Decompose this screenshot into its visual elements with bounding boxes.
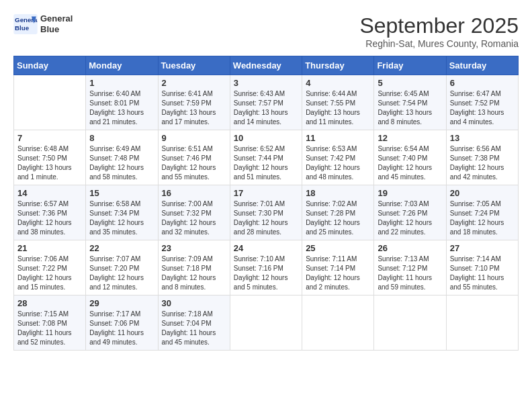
weekday-header-thursday: Thursday <box>302 56 374 75</box>
logo-text: General <box>40 13 73 24</box>
day-number: 9 <box>162 133 226 143</box>
day-number: 7 <box>17 133 82 143</box>
calendar-cell: 30Sunrise: 7:18 AM Sunset: 7:04 PM Dayli… <box>158 295 230 351</box>
calendar-cell: 5Sunrise: 6:45 AM Sunset: 7:54 PM Daylig… <box>374 75 446 130</box>
calendar-cell: 21Sunrise: 7:06 AM Sunset: 7:22 PM Dayli… <box>14 240 86 295</box>
calendar-cell: 22Sunrise: 7:07 AM Sunset: 7:20 PM Dayli… <box>86 240 158 295</box>
day-number: 29 <box>89 298 154 308</box>
day-number: 26 <box>378 243 442 253</box>
calendar-cell: 9Sunrise: 6:51 AM Sunset: 7:46 PM Daylig… <box>158 130 230 185</box>
day-number: 5 <box>378 78 442 88</box>
weekday-header-friday: Friday <box>374 56 446 75</box>
title-block: September 2025 Reghin-Sat, Mures County,… <box>359 13 519 49</box>
calendar-header: SundayMondayTuesdayWednesdayThursdayFrid… <box>14 56 519 75</box>
day-number: 14 <box>17 188 82 198</box>
calendar-cell: 3Sunrise: 6:43 AM Sunset: 7:57 PM Daylig… <box>230 75 302 130</box>
calendar-cell: 11Sunrise: 6:53 AM Sunset: 7:42 PM Dayli… <box>302 130 374 185</box>
calendar-cell: 24Sunrise: 7:10 AM Sunset: 7:16 PM Dayli… <box>230 240 302 295</box>
day-info: Sunrise: 6:52 AM Sunset: 7:44 PM Dayligh… <box>234 144 298 182</box>
day-info: Sunrise: 7:03 AM Sunset: 7:26 PM Dayligh… <box>378 199 442 237</box>
day-info: Sunrise: 6:40 AM Sunset: 8:01 PM Dayligh… <box>89 89 154 127</box>
day-number: 13 <box>450 133 515 143</box>
weekday-header-wednesday: Wednesday <box>230 56 302 75</box>
calendar-cell: 6Sunrise: 6:47 AM Sunset: 7:52 PM Daylig… <box>446 75 518 130</box>
calendar-cell: 20Sunrise: 7:05 AM Sunset: 7:24 PM Dayli… <box>446 185 518 240</box>
day-number: 17 <box>234 188 298 198</box>
day-info: Sunrise: 7:07 AM Sunset: 7:20 PM Dayligh… <box>89 255 154 292</box>
day-number: 11 <box>306 133 370 143</box>
calendar-table: SundayMondayTuesdayWednesdayThursdayFrid… <box>13 56 519 351</box>
calendar-cell: 29Sunrise: 7:17 AM Sunset: 7:06 PM Dayli… <box>86 295 158 351</box>
day-info: Sunrise: 6:54 AM Sunset: 7:40 PM Dayligh… <box>378 144 442 182</box>
day-info: Sunrise: 7:13 AM Sunset: 7:12 PM Dayligh… <box>378 255 442 292</box>
logo-icon: General Blue <box>13 14 38 34</box>
calendar-cell <box>14 75 86 130</box>
day-info: Sunrise: 6:48 AM Sunset: 7:50 PM Dayligh… <box>17 144 82 182</box>
day-number: 20 <box>450 188 515 198</box>
month-title: September 2025 <box>359 13 519 38</box>
day-number: 30 <box>162 298 226 308</box>
day-number: 22 <box>89 243 154 253</box>
day-info: Sunrise: 6:49 AM Sunset: 7:48 PM Dayligh… <box>89 144 154 182</box>
day-info: Sunrise: 6:56 AM Sunset: 7:38 PM Dayligh… <box>450 144 515 182</box>
day-info: Sunrise: 7:18 AM Sunset: 7:04 PM Dayligh… <box>162 310 226 347</box>
day-info: Sunrise: 7:05 AM Sunset: 7:24 PM Dayligh… <box>450 199 515 237</box>
weekday-header-saturday: Saturday <box>446 56 518 75</box>
day-number: 15 <box>89 188 154 198</box>
day-number: 16 <box>162 188 226 198</box>
day-number: 3 <box>234 78 298 88</box>
calendar-cell <box>374 295 446 351</box>
calendar-cell: 27Sunrise: 7:14 AM Sunset: 7:10 PM Dayli… <box>446 240 518 295</box>
day-info: Sunrise: 6:47 AM Sunset: 7:52 PM Dayligh… <box>450 89 515 127</box>
calendar-cell: 7Sunrise: 6:48 AM Sunset: 7:50 PM Daylig… <box>14 130 86 185</box>
day-info: Sunrise: 7:17 AM Sunset: 7:06 PM Dayligh… <box>89 310 154 347</box>
calendar-cell: 8Sunrise: 6:49 AM Sunset: 7:48 PM Daylig… <box>86 130 158 185</box>
day-number: 8 <box>89 133 154 143</box>
calendar-cell: 19Sunrise: 7:03 AM Sunset: 7:26 PM Dayli… <box>374 185 446 240</box>
day-number: 12 <box>378 133 442 143</box>
day-number: 23 <box>162 243 226 253</box>
calendar-cell: 15Sunrise: 6:58 AM Sunset: 7:34 PM Dayli… <box>86 185 158 240</box>
day-number: 2 <box>162 78 226 88</box>
day-info: Sunrise: 7:09 AM Sunset: 7:18 PM Dayligh… <box>162 255 226 292</box>
calendar-cell: 23Sunrise: 7:09 AM Sunset: 7:18 PM Dayli… <box>158 240 230 295</box>
weekday-header-monday: Monday <box>86 56 158 75</box>
day-number: 28 <box>17 298 82 308</box>
day-number: 25 <box>306 243 370 253</box>
calendar-cell: 12Sunrise: 6:54 AM Sunset: 7:40 PM Dayli… <box>374 130 446 185</box>
day-info: Sunrise: 7:01 AM Sunset: 7:30 PM Dayligh… <box>234 199 298 237</box>
location-subtitle: Reghin-Sat, Mures County, Romania <box>359 38 519 49</box>
calendar-cell <box>230 295 302 351</box>
day-info: Sunrise: 6:44 AM Sunset: 7:55 PM Dayligh… <box>306 89 370 127</box>
page-header: General Blue General Blue September 2025… <box>13 13 519 49</box>
day-number: 4 <box>306 78 370 88</box>
calendar-cell: 13Sunrise: 6:56 AM Sunset: 7:38 PM Dayli… <box>446 130 518 185</box>
weekday-header-tuesday: Tuesday <box>158 56 230 75</box>
calendar-cell: 16Sunrise: 7:00 AM Sunset: 7:32 PM Dayli… <box>158 185 230 240</box>
day-number: 21 <box>17 243 82 253</box>
calendar-cell: 17Sunrise: 7:01 AM Sunset: 7:30 PM Dayli… <box>230 185 302 240</box>
day-info: Sunrise: 6:43 AM Sunset: 7:57 PM Dayligh… <box>234 89 298 127</box>
day-info: Sunrise: 7:10 AM Sunset: 7:16 PM Dayligh… <box>234 255 298 292</box>
calendar-cell: 14Sunrise: 6:57 AM Sunset: 7:36 PM Dayli… <box>14 185 86 240</box>
svg-text:Blue: Blue <box>15 24 30 31</box>
calendar-cell: 1Sunrise: 6:40 AM Sunset: 8:01 PM Daylig… <box>86 75 158 130</box>
day-number: 24 <box>234 243 298 253</box>
calendar-cell: 26Sunrise: 7:13 AM Sunset: 7:12 PM Dayli… <box>374 240 446 295</box>
day-info: Sunrise: 6:51 AM Sunset: 7:46 PM Dayligh… <box>162 144 226 182</box>
day-number: 18 <box>306 188 370 198</box>
day-info: Sunrise: 7:15 AM Sunset: 7:08 PM Dayligh… <box>17 310 82 347</box>
day-number: 27 <box>450 243 515 253</box>
day-number: 1 <box>89 78 154 88</box>
day-info: Sunrise: 7:14 AM Sunset: 7:10 PM Dayligh… <box>450 255 515 292</box>
calendar-cell <box>446 295 518 351</box>
day-number: 10 <box>234 133 298 143</box>
day-info: Sunrise: 6:57 AM Sunset: 7:36 PM Dayligh… <box>17 199 82 237</box>
day-number: 6 <box>450 78 515 88</box>
day-number: 19 <box>378 188 442 198</box>
day-info: Sunrise: 6:41 AM Sunset: 7:59 PM Dayligh… <box>162 89 226 127</box>
day-info: Sunrise: 7:06 AM Sunset: 7:22 PM Dayligh… <box>17 255 82 292</box>
calendar-cell: 10Sunrise: 6:52 AM Sunset: 7:44 PM Dayli… <box>230 130 302 185</box>
calendar-cell: 28Sunrise: 7:15 AM Sunset: 7:08 PM Dayli… <box>14 295 86 351</box>
calendar-cell <box>302 295 374 351</box>
